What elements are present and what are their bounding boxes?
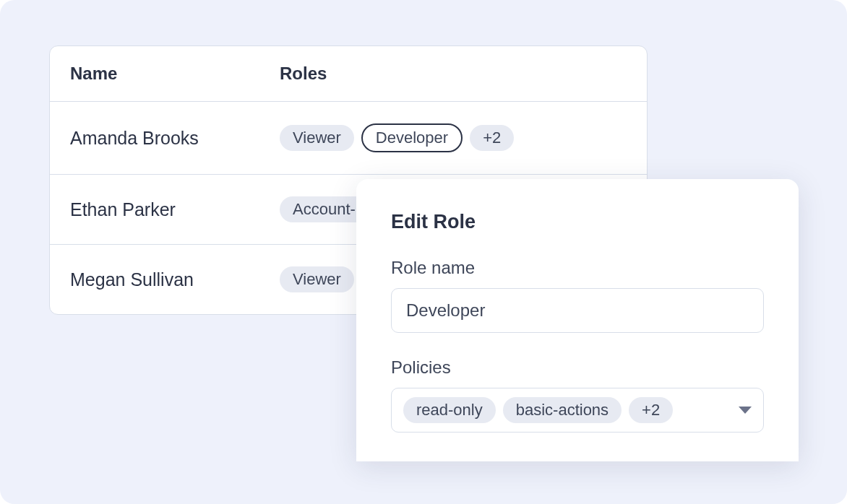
policy-chip[interactable]: read-only: [403, 397, 496, 423]
role-chip[interactable]: Account-: [280, 196, 369, 222]
chevron-down-icon[interactable]: [739, 407, 752, 414]
policy-chip[interactable]: basic-actions: [503, 397, 622, 423]
role-chip[interactable]: Viewer: [280, 125, 354, 151]
role-chip[interactable]: Viewer: [280, 266, 354, 292]
role-chip-overflow[interactable]: +2: [470, 125, 514, 151]
user-name-cell: Amanda Brooks: [70, 128, 280, 149]
user-roles-cell: Account-: [280, 196, 369, 222]
policies-multiselect[interactable]: read-only basic-actions +2: [391, 388, 764, 433]
user-name-cell: Megan Sullivan: [70, 269, 280, 290]
table-row[interactable]: Amanda Brooks Viewer Developer +2: [50, 102, 647, 175]
table-header-row: Name Roles: [50, 46, 647, 102]
column-header-name: Name: [70, 64, 280, 84]
user-name-cell: Ethan Parker: [70, 199, 280, 220]
role-name-input[interactable]: [391, 288, 764, 333]
role-name-label: Role name: [391, 258, 764, 278]
policies-label: Policies: [391, 357, 764, 378]
user-roles-cell: Viewer Developer +2: [280, 123, 514, 152]
role-chip-selected[interactable]: Developer: [361, 123, 463, 152]
column-header-roles: Roles: [280, 64, 327, 84]
user-roles-cell: Viewer: [280, 266, 354, 292]
app-canvas: Name Roles Amanda Brooks Viewer Develope…: [0, 0, 847, 504]
policy-chip-overflow[interactable]: +2: [629, 397, 673, 423]
popover-title: Edit Role: [391, 211, 764, 233]
edit-role-popover: Edit Role Role name Policies read-only b…: [356, 179, 799, 461]
